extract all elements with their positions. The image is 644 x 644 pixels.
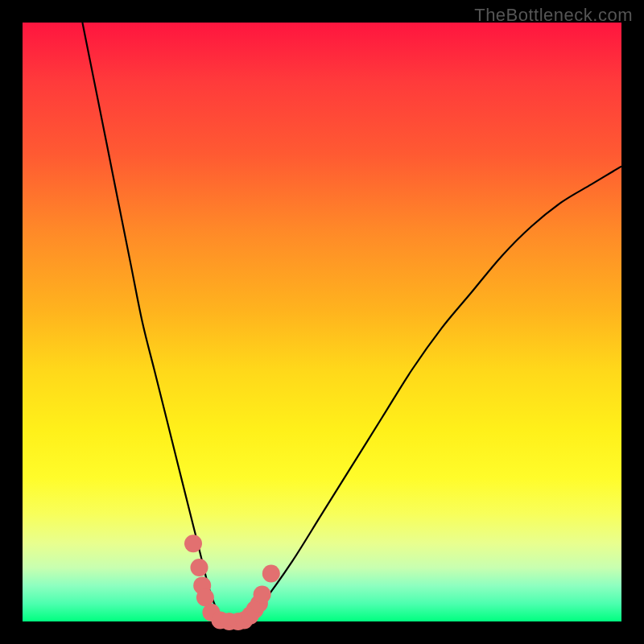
highlight-markers	[184, 535, 280, 630]
highlight-point	[262, 565, 280, 583]
watermark-text: TheBottleneck.com	[474, 5, 633, 26]
highlight-point	[191, 559, 208, 576]
highlight-point	[254, 586, 271, 604]
highlight-point	[184, 535, 202, 552]
chart-svg	[23, 23, 621, 621]
bottleneck-curve	[82, 23, 621, 622]
plot-area	[23, 23, 621, 621]
chart-frame: TheBottleneck.com	[0, 0, 644, 644]
